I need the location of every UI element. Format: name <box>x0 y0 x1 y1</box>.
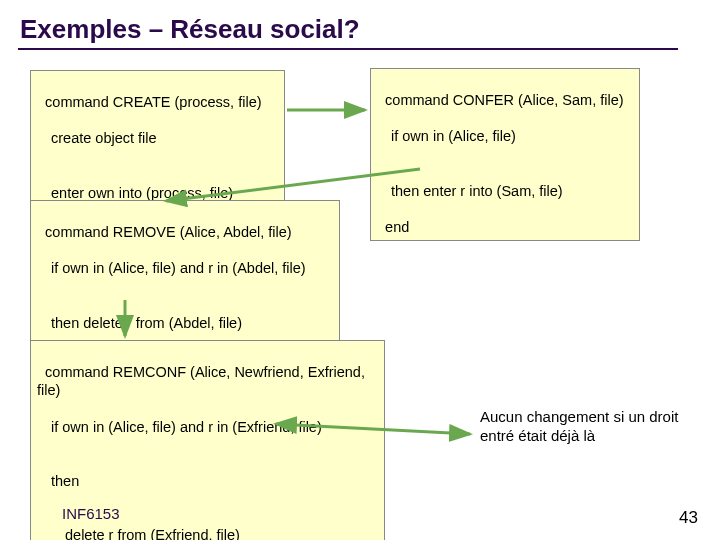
svg-line-1 <box>166 169 420 201</box>
title-underline <box>18 48 678 50</box>
code-line: if own in (Alice, file) and r in (Abdel,… <box>37 259 333 277</box>
code-line: end <box>385 219 409 235</box>
codebox-confer: command CONFER (Alice, Sam, file) if own… <box>370 68 640 241</box>
code-line: command CONFER (Alice, Sam, file) <box>385 92 624 108</box>
code-line: command REMCONF (Alice, Newfriend, Exfri… <box>37 364 369 398</box>
code-line: delete r from (Exfriend, file) <box>37 526 378 540</box>
svg-line-3 <box>276 424 470 434</box>
code-line: command REMOVE (Alice, Abdel, file) <box>45 224 292 240</box>
slide-title: Exemples – Réseau social? <box>20 14 360 45</box>
arrow-create-to-confer <box>287 100 372 120</box>
code-line: command CREATE (process, file) <box>45 94 261 110</box>
arrow-confer-to-remove <box>160 167 430 207</box>
side-note: Aucun changement si un droit entré était… <box>480 408 690 446</box>
code-line: then <box>37 472 378 490</box>
code-line: create object file <box>37 129 278 147</box>
arrow-remove-to-remconf <box>100 298 150 342</box>
arrow-remconf-to-note <box>270 416 480 446</box>
footer-page-number: 43 <box>679 508 698 528</box>
footer-course-code: INF6153 <box>62 505 120 522</box>
code-line: then delete r from (Abdel, file) <box>37 314 333 332</box>
code-line: if own in (Alice, file) <box>377 127 633 145</box>
